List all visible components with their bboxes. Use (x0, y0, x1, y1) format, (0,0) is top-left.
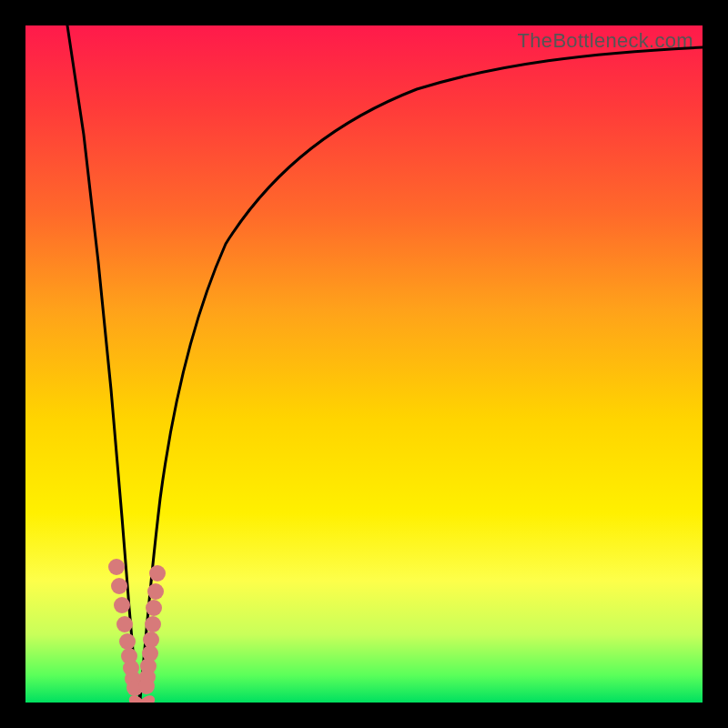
marker-dot (149, 565, 166, 581)
marker-dot (145, 616, 161, 632)
marker-dot (147, 583, 164, 600)
marker-dot (138, 678, 155, 694)
marker-dot (108, 559, 125, 575)
markers-right (138, 565, 166, 694)
chart-svg (25, 25, 703, 703)
marker-dot (146, 600, 162, 616)
marker-dot (111, 578, 127, 594)
curve-left-branch (67, 25, 140, 699)
marker-dot (116, 616, 133, 632)
curve-right-branch (140, 47, 703, 699)
chart-frame: TheBottleneck.com (0, 0, 728, 728)
heart-icon (129, 695, 155, 703)
plot-area: TheBottleneck.com (25, 25, 703, 703)
marker-dot (119, 633, 136, 650)
marker-dot (114, 597, 130, 613)
heart-marker (129, 695, 155, 703)
